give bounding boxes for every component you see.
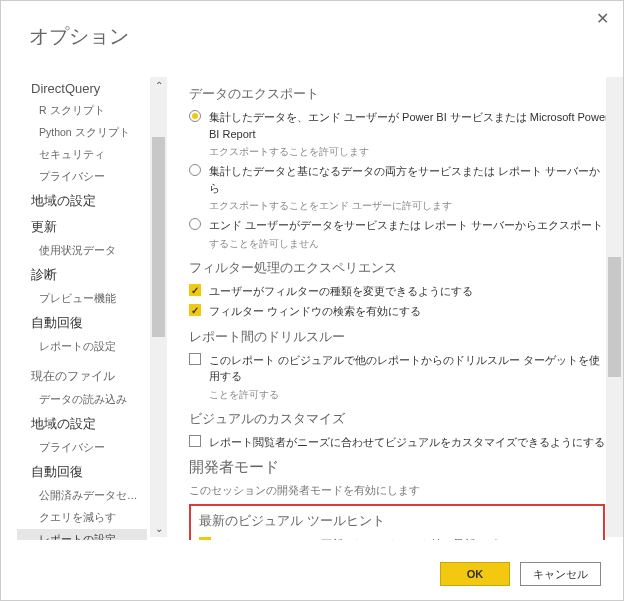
dev-desc: このセッションの開発者モードを有効にします <box>189 483 609 498</box>
sidebar-item[interactable]: 診断 <box>17 262 147 288</box>
sidebar-item[interactable]: 更新 <box>17 214 147 240</box>
highlighted-section: 最新のビジュアル ツールヒント ドリル アクションと更新されたスタイルを持つ最新… <box>189 504 605 540</box>
section-export: データのエクスポート <box>189 85 609 103</box>
export-option-1[interactable]: 集計したデータを、エンド ユーザーが Power BI サービスまたは Micr… <box>189 109 609 142</box>
option-label: 集計したデータを、エンド ユーザーが Power BI サービスまたは Micr… <box>209 109 609 142</box>
sidebar-item[interactable]: プライバシー <box>17 437 147 459</box>
sidebar-item[interactable]: 自動回復 <box>17 459 147 485</box>
sidebar-item[interactable]: レポートの設定 <box>17 529 147 540</box>
sidebar-item[interactable]: 自動回復 <box>17 310 147 336</box>
option-subtext: することを許可しません <box>209 237 609 251</box>
option-label: ユーザーがフィルターの種類を変更できるようにする <box>209 283 473 300</box>
option-label: フィルター ウィンドウの検索を有効にする <box>209 303 421 320</box>
sidebar-item[interactable]: R スクリプト <box>17 100 147 122</box>
section-visual: ビジュアルのカスタマイズ <box>189 410 609 428</box>
sidebar-item[interactable]: 使用状況データ <box>17 240 147 262</box>
sidebar-item[interactable]: 地域の設定 <box>17 411 147 437</box>
checkbox-icon[interactable] <box>199 537 211 540</box>
content-scrollbar[interactable] <box>606 77 623 537</box>
radio-icon[interactable] <box>189 164 201 176</box>
export-option-2[interactable]: 集計したデータと基になるデータの両方をサービスまたは レポート サーバーから <box>189 163 609 196</box>
sidebar: DirectQueryR スクリプトPython スクリプトセキュリティプライバ… <box>17 71 167 540</box>
sidebar-scrollbar[interactable]: ⌃ ⌄ <box>150 77 167 537</box>
visual-option-1[interactable]: レポート閲覧者がニーズに合わせてビジュアルをカスタマイズできるようにする <box>189 434 609 451</box>
sidebar-item[interactable]: プレビュー機能 <box>17 288 147 310</box>
option-label: レポート閲覧者がニーズに合わせてビジュアルをカスタマイズできるようにする <box>209 434 605 451</box>
sidebar-item[interactable]: データの読み込み <box>17 389 147 411</box>
checkbox-icon[interactable] <box>189 284 201 296</box>
scroll-thumb[interactable] <box>152 137 165 337</box>
option-subtext: エクスポートすることを許可します <box>209 145 609 159</box>
checkbox-icon[interactable] <box>189 435 201 447</box>
section-filter: フィルター処理のエクスペリエンス <box>189 259 609 277</box>
sidebar-item[interactable]: 公開済みデータセット... <box>17 485 147 507</box>
close-icon[interactable]: ✕ <box>596 9 609 28</box>
dialog-footer: OK キャンセル <box>440 562 601 586</box>
section-tooltip: 最新のビジュアル ツールヒント <box>199 512 595 530</box>
sidebar-item[interactable]: プライバシー <box>17 166 147 188</box>
option-subtext: ことを許可する <box>209 388 609 402</box>
option-label: エンド ユーザーがデータをサービスまたは レポート サーバーからエクスポート <box>209 217 603 234</box>
export-option-3[interactable]: エンド ユーザーがデータをサービスまたは レポート サーバーからエクスポート <box>189 217 609 234</box>
radio-icon[interactable] <box>189 110 201 122</box>
option-label: ドリル アクションと更新されたスタイルを持つ最新のビジュアル ツールヒントを使用 <box>219 536 595 540</box>
sidebar-item[interactable]: Python スクリプト <box>17 122 147 144</box>
sidebar-item[interactable]: DirectQuery <box>17 77 147 100</box>
tooltip-option-1[interactable]: ドリル アクションと更新されたスタイルを持つ最新のビジュアル ツールヒントを使用 <box>199 536 595 540</box>
sidebar-item[interactable]: 現在のファイル <box>17 364 147 389</box>
scroll-thumb[interactable] <box>608 257 621 377</box>
checkbox-icon[interactable] <box>189 353 201 365</box>
cancel-button[interactable]: キャンセル <box>520 562 601 586</box>
sidebar-item[interactable]: レポートの設定 <box>17 336 147 358</box>
options-dialog: ✕ オプション DirectQueryR スクリプトPython スクリプトセキ… <box>0 0 624 601</box>
scroll-up-icon[interactable]: ⌃ <box>150 77 167 94</box>
checkbox-icon[interactable] <box>189 304 201 316</box>
scroll-down-icon[interactable]: ⌄ <box>150 520 167 537</box>
filter-option-2[interactable]: フィルター ウィンドウの検索を有効にする <box>189 303 609 320</box>
option-label: 集計したデータと基になるデータの両方をサービスまたは レポート サーバーから <box>209 163 609 196</box>
sidebar-item[interactable]: クエリを減らす <box>17 507 147 529</box>
drill-option-1[interactable]: このレポート のビジュアルで他のレポートからのドリルスルー ターゲットを使用する <box>189 352 609 385</box>
sidebar-item[interactable]: 地域の設定 <box>17 188 147 214</box>
dialog-title: オプション <box>1 1 623 50</box>
section-dev: 開発者モード <box>189 458 609 477</box>
sidebar-item[interactable]: セキュリティ <box>17 144 147 166</box>
option-label: このレポート のビジュアルで他のレポートからのドリルスルー ターゲットを使用する <box>209 352 609 385</box>
section-drill: レポート間のドリルスルー <box>189 328 609 346</box>
ok-button[interactable]: OK <box>440 562 510 586</box>
radio-icon[interactable] <box>189 218 201 230</box>
option-subtext: エクスポートすることをエンド ユーザーに許可します <box>209 199 609 213</box>
filter-option-1[interactable]: ユーザーがフィルターの種類を変更できるようにする <box>189 283 609 300</box>
content-pane: データのエクスポート 集計したデータを、エンド ユーザーが Power BI サ… <box>167 71 623 540</box>
